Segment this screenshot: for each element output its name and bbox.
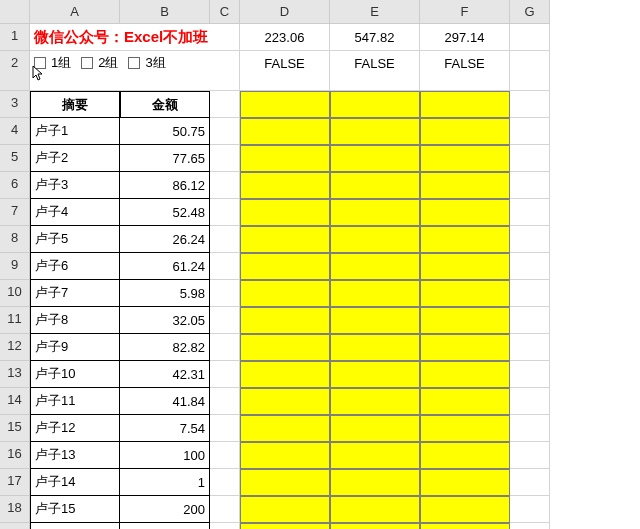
cell-e5[interactable] <box>330 145 420 172</box>
cell-a17[interactable]: 卢子14 <box>30 469 120 496</box>
cell-g5[interactable] <box>510 145 550 172</box>
cell-d6[interactable] <box>240 172 330 199</box>
cell-c4[interactable] <box>210 118 240 145</box>
cell-f4[interactable] <box>420 118 510 145</box>
cell-e18[interactable] <box>330 496 420 523</box>
cell-c7[interactable] <box>210 199 240 226</box>
cell-c3[interactable] <box>210 91 240 118</box>
col-header-A[interactable]: A <box>30 0 120 24</box>
cell-a11[interactable]: 卢子8 <box>30 307 120 334</box>
cell-d18[interactable] <box>240 496 330 523</box>
cell-f12[interactable] <box>420 334 510 361</box>
row-header-1[interactable]: 1 <box>0 24 30 51</box>
cell-a5[interactable]: 卢子2 <box>30 145 120 172</box>
cell-c19[interactable] <box>210 523 240 529</box>
table-header-summary[interactable]: 摘要 <box>30 91 120 118</box>
cell-c14[interactable] <box>210 388 240 415</box>
cell-c8[interactable] <box>210 226 240 253</box>
cell-b9[interactable]: 61.24 <box>120 253 210 280</box>
cell-a10[interactable]: 卢子7 <box>30 280 120 307</box>
cell-c5[interactable] <box>210 145 240 172</box>
cell-a13[interactable]: 卢子10 <box>30 361 120 388</box>
cell-f16[interactable] <box>420 442 510 469</box>
cell-f3[interactable] <box>420 91 510 118</box>
cell-b8[interactable]: 26.24 <box>120 226 210 253</box>
row-header-2[interactable]: 2 <box>0 51 30 91</box>
cell-d12[interactable] <box>240 334 330 361</box>
row-header-13[interactable]: 13 <box>0 361 30 388</box>
cell-a18[interactable]: 卢子15 <box>30 496 120 523</box>
cell-b18[interactable]: 200 <box>120 496 210 523</box>
col-header-B[interactable]: B <box>120 0 210 24</box>
cell-d4[interactable] <box>240 118 330 145</box>
cell-a14[interactable]: 卢子11 <box>30 388 120 415</box>
cell-a15[interactable]: 卢子12 <box>30 415 120 442</box>
cell-f13[interactable] <box>420 361 510 388</box>
cell-b13[interactable]: 42.31 <box>120 361 210 388</box>
cell-e4[interactable] <box>330 118 420 145</box>
cell-b17[interactable]: 1 <box>120 469 210 496</box>
row-header-6[interactable]: 6 <box>0 172 30 199</box>
row-header-5[interactable]: 5 <box>0 145 30 172</box>
cell-a1[interactable]: 微信公众号：Excel不加班 <box>30 24 240 51</box>
cell-e7[interactable] <box>330 199 420 226</box>
row-header-7[interactable]: 7 <box>0 199 30 226</box>
cell-g14[interactable] <box>510 388 550 415</box>
cell-f17[interactable] <box>420 469 510 496</box>
col-header-E[interactable]: E <box>330 0 420 24</box>
cell-c6[interactable] <box>210 172 240 199</box>
cell-g9[interactable] <box>510 253 550 280</box>
cell-d8[interactable] <box>240 226 330 253</box>
cell-a2[interactable]: 1组2组3组 <box>30 51 240 91</box>
cell-b5[interactable]: 77.65 <box>120 145 210 172</box>
cell-d16[interactable] <box>240 442 330 469</box>
cell-e3[interactable] <box>330 91 420 118</box>
cell-g19[interactable] <box>510 523 550 529</box>
cell-f1[interactable]: 297.14 <box>420 24 510 51</box>
table-header-amount[interactable]: 金额 <box>120 91 210 118</box>
cell-f15[interactable] <box>420 415 510 442</box>
cell-b4[interactable]: 50.75 <box>120 118 210 145</box>
row-header-19[interactable]: 19 <box>0 523 30 529</box>
cell-c16[interactable] <box>210 442 240 469</box>
row-header-16[interactable]: 16 <box>0 442 30 469</box>
cell-g18[interactable] <box>510 496 550 523</box>
corner-cell[interactable] <box>0 0 30 24</box>
checkbox-g2[interactable]: 2组 <box>81 54 118 72</box>
cell-e11[interactable] <box>330 307 420 334</box>
row-header-4[interactable]: 4 <box>0 118 30 145</box>
cell-d5[interactable] <box>240 145 330 172</box>
cell-d3[interactable] <box>240 91 330 118</box>
cell-g7[interactable] <box>510 199 550 226</box>
col-header-C[interactable]: C <box>210 0 240 24</box>
col-header-F[interactable]: F <box>420 0 510 24</box>
cell-a19[interactable]: 卢子16 <box>30 523 120 529</box>
cell-d17[interactable] <box>240 469 330 496</box>
cell-g4[interactable] <box>510 118 550 145</box>
cell-f6[interactable] <box>420 172 510 199</box>
cell-g1[interactable] <box>510 24 550 51</box>
cell-g13[interactable] <box>510 361 550 388</box>
cell-e19[interactable] <box>330 523 420 529</box>
checkbox-box-icon[interactable] <box>81 57 93 69</box>
cell-e12[interactable] <box>330 334 420 361</box>
cell-g2[interactable] <box>510 51 550 91</box>
cell-d2[interactable]: FALSE <box>240 51 330 91</box>
cell-f2[interactable]: FALSE <box>420 51 510 91</box>
cell-g11[interactable] <box>510 307 550 334</box>
cell-f14[interactable] <box>420 388 510 415</box>
cell-g8[interactable] <box>510 226 550 253</box>
cell-d10[interactable] <box>240 280 330 307</box>
cell-b6[interactable]: 86.12 <box>120 172 210 199</box>
cell-c12[interactable] <box>210 334 240 361</box>
cell-c17[interactable] <box>210 469 240 496</box>
cell-f7[interactable] <box>420 199 510 226</box>
cell-d15[interactable] <box>240 415 330 442</box>
cell-a16[interactable]: 卢子13 <box>30 442 120 469</box>
cell-g3[interactable] <box>510 91 550 118</box>
cell-f19[interactable] <box>420 523 510 529</box>
cell-b16[interactable]: 100 <box>120 442 210 469</box>
row-header-3[interactable]: 3 <box>0 91 30 118</box>
checkbox-box-icon[interactable] <box>128 57 140 69</box>
cell-f8[interactable] <box>420 226 510 253</box>
